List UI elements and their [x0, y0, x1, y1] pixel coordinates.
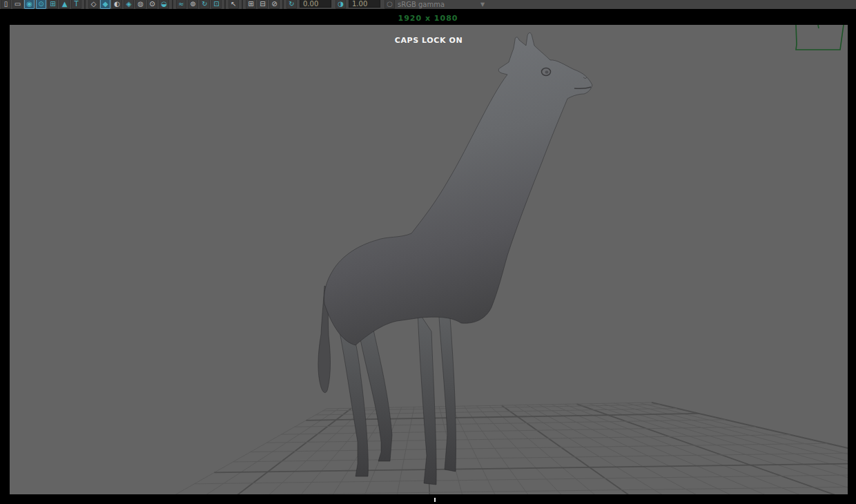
- color-transform-dropdown-icon[interactable]: ▼: [480, 0, 485, 9]
- lighting-icon[interactable]: ⊙: [147, 0, 157, 9]
- clipped-left-icon[interactable]: ▯: [1, 0, 11, 9]
- toolbar-separator: [224, 0, 226, 9]
- default-material-icon[interactable]: ◈: [124, 0, 134, 9]
- film-gate-icon[interactable]: ▭: [12, 0, 23, 9]
- color-transform-label: sRGB gamma: [398, 0, 445, 9]
- exposure-toggle-icon[interactable]: ↻: [200, 0, 210, 9]
- refresh-exposure-icon[interactable]: ↻: [286, 0, 297, 9]
- xray-icon[interactable]: ≈: [176, 0, 186, 9]
- gamma-field[interactable]: [349, 0, 380, 8]
- caps-lock-indicator: CAPS LOCK ON: [10, 36, 848, 45]
- field-chart-icon[interactable]: ⊞: [48, 0, 58, 9]
- gamma-icon[interactable]: ◑: [335, 0, 346, 9]
- application-window: { "window": { "resolution_label": "1920 …: [0, 0, 856, 504]
- safe-action-icon[interactable]: ▲: [59, 0, 70, 9]
- smooth-shade-icon[interactable]: ◆: [100, 0, 110, 9]
- xray-joints-icon[interactable]: ⊚: [188, 0, 198, 9]
- safe-title-icon[interactable]: T: [71, 0, 81, 9]
- shade-textured-icon[interactable]: ◐: [112, 0, 122, 9]
- toolbar-separator: [84, 0, 86, 9]
- toolbar-separator: [282, 0, 284, 9]
- exposure-field[interactable]: [300, 0, 331, 8]
- shadows-icon[interactable]: ◒: [159, 0, 169, 9]
- toolbar-separator: [242, 0, 243, 9]
- gate-annotation: [10, 25, 848, 494]
- import-image-icon[interactable]: ⊟: [257, 0, 268, 9]
- wireframe-icon[interactable]: ◇: [88, 0, 99, 9]
- gate-mask-icon[interactable]: ⊙: [36, 0, 46, 9]
- no-image-icon[interactable]: ⊘: [269, 0, 280, 9]
- resolution-label: 1920 x 1080: [0, 14, 856, 23]
- color-management-toggle-icon[interactable]: ○: [385, 0, 395, 9]
- wireframe-on-shaded-icon[interactable]: ◍: [135, 0, 146, 9]
- renderer-icon[interactable]: ⊡: [211, 0, 222, 9]
- bottom-tick-mark: [434, 498, 436, 502]
- 3d-viewport[interactable]: CAPS LOCK ON: [10, 25, 848, 494]
- toolbar-separator: [172, 0, 173, 9]
- select-cursor-icon[interactable]: ↖: [228, 0, 239, 9]
- snapshot-icon[interactable]: ⊞: [246, 0, 256, 9]
- viewport-toolbar: ▯▭◉⊙⊞▲T◇◆◐◈◍⊙◒≈⊚↻⊡↖⊞⊟⊘↻◑○sRGB gamma▼: [0, 0, 856, 9]
- resolution-gate-icon[interactable]: ◉: [24, 0, 35, 9]
